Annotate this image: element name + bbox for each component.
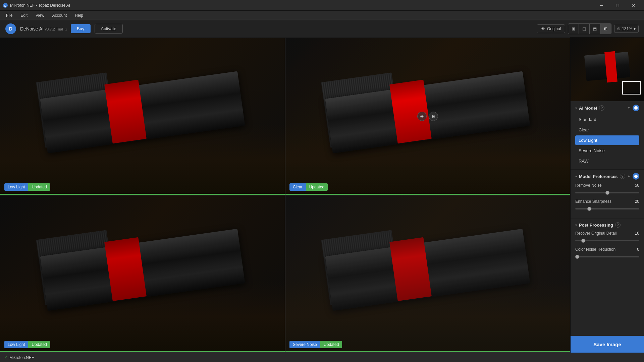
thumbnail-area	[571, 38, 644, 101]
ai-model-title-row: ▾ AI Model ?	[575, 105, 604, 111]
photo-bottom-right	[285, 195, 570, 352]
model-raw[interactable]: RAW	[575, 156, 639, 166]
enhance-sharpness-label-row: Enhance Sharpness 20	[575, 199, 639, 204]
color-noise-label: Color Noise Reduction	[575, 247, 615, 252]
menu-account[interactable]: Account	[49, 12, 70, 19]
ai-model-toggle[interactable]	[633, 105, 639, 111]
panel-label-tr: Clear Updated	[285, 183, 570, 191]
label-name-bl: Low Light	[4, 341, 28, 348]
panel-bottom-right: Severe Noise Updated	[285, 195, 570, 353]
ai-model-title: AI Model	[579, 106, 597, 111]
photo-bottom-left	[0, 195, 285, 352]
progress-bl	[0, 351, 285, 352]
remove-noise-label-row: Remove Noise 50	[575, 183, 639, 188]
model-standard[interactable]: Standard	[575, 115, 639, 124]
file-name: Mikrofon.NEF	[9, 355, 34, 360]
model-preferences-title: Model Preferences	[579, 174, 618, 179]
model-pref-actions: ✦	[627, 173, 639, 180]
color-noise-slider[interactable]	[575, 256, 639, 257]
post-processing-title-row: ▾ Post Processing ?	[575, 222, 621, 228]
panel-label-tl: Low Light Updated	[0, 183, 285, 191]
photo-top-left	[0, 38, 285, 195]
enhance-sharpness-row: Enhance Sharpness 20	[575, 199, 639, 210]
menu-help[interactable]: Help	[71, 12, 87, 19]
view-quad-button[interactable]: ⊞	[600, 24, 611, 34]
title-bar: D Mikrofon.NEF - Topaz DeNoise AI ─ □ ✕	[0, 0, 644, 11]
zoom-out-button[interactable]: ⊖	[417, 112, 427, 121]
model-severe-noise[interactable]: Severe Noise	[575, 146, 639, 156]
color-noise-row: Color Noise Reduction 0	[575, 247, 639, 258]
recover-detail-slider[interactable]	[575, 240, 639, 241]
recover-detail-label: Recover Original Detail	[575, 231, 616, 236]
progress-fill-bl	[0, 351, 285, 352]
remove-noise-row: Remove Noise 50	[575, 183, 639, 194]
app-logo: D	[5, 23, 16, 34]
menu-view[interactable]: View	[32, 12, 48, 19]
eye-icon: 👁	[541, 26, 545, 31]
color-noise-label-row: Color Noise Reduction 0	[575, 247, 639, 252]
model-clear[interactable]: Clear	[575, 125, 639, 135]
view-split-h-button[interactable]: ◫	[579, 24, 590, 34]
window-title: Mikrofon.NEF - Topaz DeNoise AI	[10, 3, 594, 8]
right-panel: ▾ AI Model ? ✦ Standard Clear Low Light	[570, 38, 644, 353]
recover-detail-label-row: Recover Original Detail 10	[575, 231, 639, 236]
zoom-in-button[interactable]: ⊕	[429, 112, 438, 121]
minimize-button[interactable]: ─	[594, 0, 609, 11]
image-area: Low Light Updated ⊖ ⊕	[0, 38, 570, 353]
model-pref-toggle[interactable]	[633, 173, 639, 180]
menu-edit[interactable]: Edit	[17, 12, 31, 19]
label-updated-tr: Updated	[306, 183, 328, 191]
horizontal-divider	[0, 195, 570, 195]
post-processing-title: Post Processing	[579, 223, 613, 228]
panel-label-bl: Low Light Updated	[0, 341, 285, 348]
window-controls: ─ □ ✕	[594, 0, 641, 11]
menu-file[interactable]: File	[3, 12, 16, 19]
file-tab: ✓ Mikrofon.NEF	[0, 353, 644, 362]
ai-model-header: ▾ AI Model ? ✦	[575, 105, 639, 111]
pref-auto-icon: ✦	[627, 174, 631, 179]
ai-model-help-icon[interactable]: ?	[599, 105, 604, 111]
label-name-tr: Clear	[289, 183, 306, 191]
original-button[interactable]: 👁 Original	[537, 24, 565, 33]
post-proc-help-icon[interactable]: ?	[615, 222, 621, 228]
activate-button[interactable]: Activate	[95, 24, 123, 34]
file-check-icon: ✓	[4, 355, 7, 360]
remove-noise-slider[interactable]	[575, 192, 639, 193]
view-mode-group: ▣ ◫ ⬒ ⊞	[568, 23, 611, 34]
ai-model-chevron-icon[interactable]: ▾	[575, 106, 577, 110]
post-proc-chevron-icon[interactable]: ▾	[575, 223, 577, 227]
model-list: Standard Clear Low Light Severe Noise RA…	[575, 115, 639, 166]
ai-model-actions: ✦	[627, 105, 639, 111]
progress-fill-br	[285, 351, 570, 352]
color-noise-value: 0	[637, 247, 639, 252]
remove-noise-label: Remove Noise	[575, 183, 602, 188]
enhance-sharpness-label: Enhance Sharpness	[575, 199, 611, 204]
view-single-button[interactable]: ▣	[568, 24, 579, 34]
recover-detail-value: 10	[635, 231, 639, 236]
ai-model-section: ▾ AI Model ? ✦ Standard Clear Low Light	[571, 101, 644, 170]
close-button[interactable]: ✕	[626, 0, 641, 11]
label-name-tl: Low Light	[4, 183, 28, 191]
model-pref-chevron-icon[interactable]: ▾	[575, 175, 577, 178]
trial-info[interactable]: ℹ	[65, 27, 67, 31]
remove-noise-value: 50	[635, 183, 639, 188]
view-split-v-button[interactable]: ⬒	[590, 24, 600, 34]
model-pref-help-icon[interactable]: ?	[620, 174, 625, 179]
save-image-button[interactable]: Save Image	[571, 336, 644, 353]
svg-text:D: D	[4, 4, 7, 7]
label-badge-tl: Low Light Updated	[4, 183, 50, 191]
enhance-sharpness-slider[interactable]	[575, 208, 639, 209]
recover-detail-row: Recover Original Detail 10	[575, 231, 639, 242]
auto-icon: ✦	[627, 106, 631, 110]
model-lowlight[interactable]: Low Light	[575, 135, 639, 145]
label-updated-br: Updated	[320, 341, 342, 348]
zoom-control[interactable]: ⊕ 131% ▾	[614, 25, 639, 33]
progress-br	[285, 351, 570, 352]
maximize-button[interactable]: □	[610, 0, 625, 11]
label-updated-bl: Updated	[28, 341, 50, 348]
enhance-sharpness-value: 20	[635, 199, 639, 204]
thumbnail-viewport[interactable]	[622, 81, 641, 95]
main-layout: Low Light Updated ⊖ ⊕	[0, 38, 644, 353]
buy-button[interactable]: Buy	[71, 24, 90, 33]
label-badge-tr: Clear Updated	[289, 183, 328, 191]
